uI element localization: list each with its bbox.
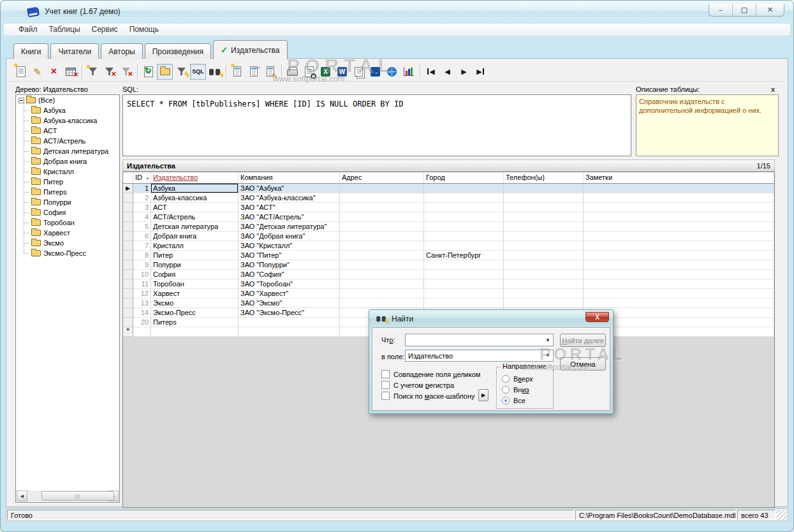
- nav-last-button[interactable]: ▶: [473, 64, 489, 80]
- nav-first-button[interactable]: ◀: [423, 64, 439, 80]
- chart-button[interactable]: [401, 64, 416, 80]
- cell-company[interactable]: ЗАО "София": [239, 270, 340, 279]
- cell-name[interactable]: [151, 327, 239, 337]
- cell-id[interactable]: 11: [133, 279, 151, 289]
- cell-phones[interactable]: [504, 184, 584, 193]
- cell-phones[interactable]: [504, 193, 584, 203]
- tree-item-11[interactable]: Торобоан: [16, 218, 119, 228]
- tab-0[interactable]: Книги: [13, 43, 48, 59]
- cell-company[interactable]: ЗАО "Азбука": [239, 184, 340, 193]
- cell-name[interactable]: Эксмо-Пресс: [151, 308, 239, 318]
- print-preview-button[interactable]: [301, 64, 317, 80]
- table-row[interactable]: 11ТоробоанЗАО "Торобоан": [123, 279, 774, 289]
- cell-id[interactable]: 3: [133, 203, 151, 212]
- column-header-2[interactable]: Компания: [239, 172, 340, 183]
- cell-id[interactable]: 13: [133, 299, 151, 308]
- cell-id[interactable]: 20: [133, 318, 151, 327]
- row-selector[interactable]: [123, 193, 133, 203]
- minimize-button[interactable]: –: [709, 4, 733, 16]
- cell-company[interactable]: ЗАО "Попурри": [239, 260, 340, 270]
- row-selector[interactable]: ▶: [123, 184, 133, 193]
- cell-company[interactable]: ЗАО "Эксмо": [239, 299, 340, 308]
- cell-address[interactable]: [340, 193, 424, 203]
- direction-down-radio[interactable]: Вниз: [502, 384, 553, 395]
- cell-name[interactable]: София: [151, 270, 239, 279]
- tree-item-4[interactable]: Детская литература: [16, 146, 119, 156]
- cell-name[interactable]: Питерs: [151, 318, 239, 327]
- cell-address[interactable]: [340, 241, 424, 251]
- cell-notes[interactable]: [584, 279, 774, 289]
- cell-phones[interactable]: [504, 222, 584, 232]
- table-row[interactable]: 3АСТЗАО "АСТ": [123, 203, 774, 212]
- add-record-button[interactable]: *: [13, 64, 29, 80]
- cell-company[interactable]: [239, 327, 340, 337]
- cell-city[interactable]: [424, 203, 504, 212]
- cell-phones[interactable]: [504, 251, 584, 260]
- cell-city[interactable]: [424, 241, 504, 251]
- table-row[interactable]: 6Добрая книгаЗАО "Добрая книга": [123, 232, 774, 241]
- export-file-button[interactable]: →: [367, 64, 383, 80]
- cell-company[interactable]: ЗАО "Харвест": [239, 289, 340, 299]
- tree-item-2[interactable]: АСТ: [16, 126, 119, 136]
- cell-notes[interactable]: [584, 193, 774, 203]
- cell-address[interactable]: [340, 212, 424, 222]
- match-whole-field-checkbox[interactable]: Совпадение поля целиком: [381, 370, 480, 378]
- row-selector[interactable]: [123, 232, 133, 241]
- cell-company[interactable]: ЗАО "Добрая книга": [239, 232, 340, 241]
- checkbox-icon[interactable]: [381, 392, 390, 400]
- find-dialog-close-button[interactable]: X: [585, 312, 609, 322]
- table-row[interactable]: 2Азбука-классикаЗАО "Азбука-классика": [123, 193, 774, 203]
- cell-city[interactable]: Санкт-Петербург: [424, 251, 504, 260]
- cell-name[interactable]: АСТ: [151, 203, 239, 212]
- title-bar[interactable]: Учет книг (1.67 демо) –▢✕: [1, 1, 793, 22]
- tree-item-6[interactable]: Кристалл: [16, 166, 119, 177]
- table-row[interactable]: 7КристаллЗАО "Кристалл": [123, 241, 774, 251]
- cell-name[interactable]: Эксмо: [151, 299, 239, 308]
- cell-phones[interactable]: [504, 270, 584, 279]
- menu-item-2[interactable]: Сервис: [86, 24, 124, 34]
- tree-item-7[interactable]: Питер: [16, 177, 119, 187]
- cell-id[interactable]: 10: [133, 270, 151, 279]
- mask-search-checkbox[interactable]: Поиск по маске-шаблону: [381, 392, 475, 400]
- cell-city[interactable]: [424, 289, 504, 299]
- cell-id[interactable]: 12: [133, 289, 151, 299]
- export-excel-button[interactable]: X: [318, 64, 334, 80]
- cell-id[interactable]: 8: [133, 251, 151, 260]
- what-combobox[interactable]: ▼: [405, 334, 554, 346]
- row-selector[interactable]: [123, 318, 133, 327]
- cell-name[interactable]: Детская литература: [151, 222, 239, 232]
- cell-address[interactable]: [340, 184, 424, 193]
- cell-address[interactable]: [340, 260, 424, 270]
- filter-define-button[interactable]: *: [85, 64, 101, 80]
- cell-notes[interactable]: [584, 289, 774, 299]
- find-next-button[interactable]: Найти далее: [560, 334, 606, 347]
- cell-id[interactable]: 2: [133, 193, 151, 203]
- cell-phones[interactable]: [504, 203, 584, 212]
- find-dialog-title-bar[interactable]: ϟ Найти X: [369, 310, 613, 327]
- cell-notes[interactable]: [584, 184, 774, 193]
- cell-phones[interactable]: [504, 299, 584, 308]
- cell-company[interactable]: ЗАО "Детская литература": [239, 222, 340, 232]
- tab-4[interactable]: ✓Издательства: [213, 40, 287, 59]
- cell-name[interactable]: Азбука: [151, 184, 239, 193]
- tab-3[interactable]: Произведения: [145, 43, 211, 59]
- cell-name[interactable]: АСТ/Астрель: [151, 212, 239, 222]
- row-selector[interactable]: [123, 251, 133, 260]
- cell-notes[interactable]: [584, 251, 774, 260]
- row-selector[interactable]: [123, 241, 133, 251]
- table-row[interactable]: 12ХарвестЗАО "Харвест": [123, 289, 774, 299]
- cell-name[interactable]: Харвест: [151, 289, 239, 299]
- cell-name[interactable]: Торобоан: [151, 279, 239, 289]
- cell-city[interactable]: [424, 299, 504, 308]
- cell-id[interactable]: [133, 327, 151, 337]
- card-open-button[interactable]: →: [246, 64, 261, 80]
- nav-prev-button[interactable]: ◀: [439, 64, 455, 80]
- cell-phones[interactable]: [504, 241, 584, 251]
- tree-item-3[interactable]: АСТ/Астрель: [16, 136, 119, 146]
- cell-id[interactable]: 7: [133, 241, 151, 251]
- cell-name[interactable]: Кристалл: [151, 241, 239, 251]
- chevron-down-icon[interactable]: ▼: [543, 353, 553, 358]
- menu-item-0[interactable]: Файл: [13, 24, 43, 34]
- cell-id[interactable]: 14: [133, 308, 151, 318]
- sql-query-box[interactable]: SELECT * FROM [tblPublishers] WHERE [ID]…: [122, 94, 631, 156]
